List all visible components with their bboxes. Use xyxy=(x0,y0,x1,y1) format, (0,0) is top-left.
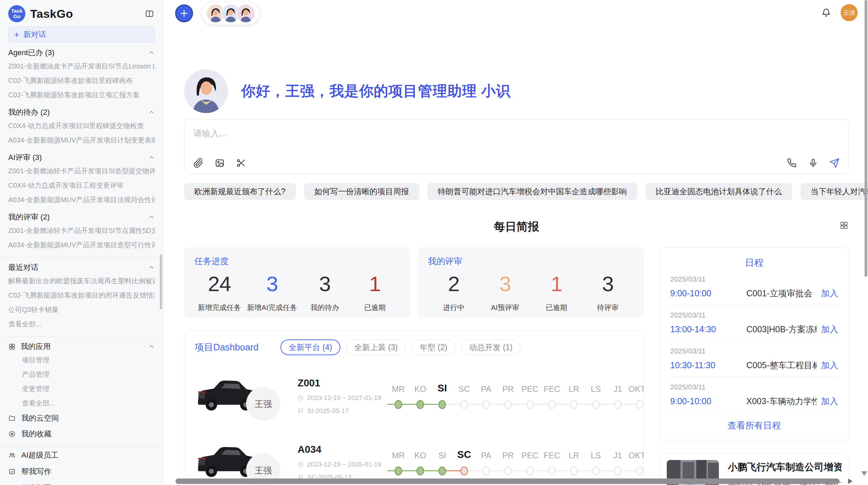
milestone: SC xyxy=(453,446,475,479)
event-join-button[interactable]: 加入 xyxy=(821,324,838,335)
sidebar-section-header[interactable]: Agent已办 (3) xyxy=(8,47,155,59)
sidebar-item[interactable]: A034-全新新能源MUV产品开发项目法规符合性评审 xyxy=(8,192,155,207)
milestone: PA xyxy=(475,446,497,479)
suggestion-chip[interactable]: 特朗普可能对进口汽车增税会对中国车企造成哪些影响 xyxy=(427,183,637,200)
suggestion-chip[interactable]: 当下年轻人对汽车外观有怎样的喜好趋势 xyxy=(800,183,868,200)
filter-pill[interactable]: 全新平台 (4) xyxy=(280,339,340,355)
sidebar-collapse-button[interactable] xyxy=(145,9,154,20)
sidebar-app-subitem[interactable]: 项目管理 xyxy=(8,353,155,367)
app-title: TaskGo xyxy=(30,7,73,21)
filter-pill[interactable]: 全新上装 (3) xyxy=(347,339,406,355)
chevron-up-icon[interactable] xyxy=(148,109,155,116)
sidebar-item-feather[interactable]: 创意制图 xyxy=(8,480,155,485)
chevron-up-icon[interactable] xyxy=(148,49,155,56)
news-title: 小鹏飞行汽车制造公司增资 xyxy=(728,461,842,474)
sidebar-item-star[interactable]: 我的收藏 xyxy=(8,426,155,442)
event-date: 2025/03/11 xyxy=(670,383,838,391)
sidebar-item[interactable]: 公司Q3轻卡销量 xyxy=(8,302,155,317)
schedule-card: 日程 2025/03/11 9:00-10:00 C001-立项审批会 加入 2… xyxy=(660,247,849,441)
milestone: LS xyxy=(585,446,607,479)
sidebar-section-header[interactable]: 最近对话 xyxy=(8,261,155,274)
event-join-button[interactable]: 加入 xyxy=(821,396,838,407)
clock-icon xyxy=(298,395,304,401)
composer[interactable]: 请输入... xyxy=(184,119,849,174)
sidebar-item[interactable]: C0X4-动力总成开发项目SI里程碑提交物检查 xyxy=(8,119,155,133)
sidebar-item[interactable]: C02-飞腾新能源轻客改款项目立项汇报方案 xyxy=(8,88,155,102)
event-join-button[interactable]: 加入 xyxy=(821,288,838,299)
stat: 1 已逾期 xyxy=(353,272,397,312)
suggestion-chip[interactable]: 比亚迪全固态电池计划具体说了什么 xyxy=(646,183,792,200)
app-window: Task Go TaskGo + 新对话 Agent已办 (3) Z001-全新… xyxy=(0,0,868,485)
sidebar-item[interactable]: C0X4-动力总成开发项目工程变更评审 xyxy=(8,178,155,192)
sidebar-item-people[interactable]: AI超级员工 xyxy=(8,447,155,463)
milestone-label: PEC xyxy=(521,446,538,460)
person-avatar-illustration xyxy=(237,4,255,22)
sidebar-item-write[interactable]: 帮我写作 xyxy=(8,463,155,480)
schedule-event: 2025/03/11 13:00-14:30 C003|H0B-方案冻结评审 加… xyxy=(670,305,838,341)
sidebar-item-label: 创意制图 xyxy=(21,483,51,485)
event-join-button[interactable]: 加入 xyxy=(821,360,838,371)
event-time: 9:00-10:00 xyxy=(670,288,746,298)
microphone-icon[interactable] xyxy=(808,158,818,168)
sidebar-item[interactable]: A034-全新新能源MUV产品开发项目造型可行性评审 xyxy=(8,238,155,252)
sidebar-section: 我的待办 (2) C0X4-动力总成开发项目SI里程碑提交物检查A034-全新新… xyxy=(8,106,155,147)
user-avatar[interactable]: 王强 xyxy=(841,4,858,21)
avatar[interactable] xyxy=(236,4,255,23)
send-icon[interactable] xyxy=(829,158,840,168)
filter-pill[interactable]: 年型 (2) xyxy=(412,339,455,355)
sidebar-section-header[interactable]: AI评审 (3) xyxy=(8,151,155,164)
suggestion-chip[interactable]: 如何写一份清晰的项目周报 xyxy=(304,183,419,200)
milestone-dot xyxy=(482,467,490,475)
project-code[interactable]: Z001 xyxy=(298,377,387,389)
chevron-up-icon[interactable] xyxy=(148,214,155,221)
sidebar-item[interactable]: A034-全新新能源MUV产品开发项目计划变更表编写 xyxy=(8,133,155,147)
agent-avatar-group xyxy=(202,2,260,25)
event-date: 2025/03/11 xyxy=(670,311,838,319)
view-all-schedule-link[interactable]: 查看所有日程 xyxy=(670,413,838,438)
sidebar-section-header[interactable]: 我的待办 (2) xyxy=(8,106,155,119)
attachment-icon[interactable] xyxy=(193,158,204,168)
chevron-up-icon[interactable] xyxy=(148,264,155,271)
sidebar-section-label: 我的评审 (2) xyxy=(8,212,50,222)
sidebar-item[interactable]: C02-飞腾新能源轻客改款项目里程碑画布 xyxy=(8,73,155,88)
sidebar-item[interactable]: Z001-全新燃油轻卡产品开发项目SI节点属性5D文件评审 xyxy=(8,223,155,238)
flag-icon xyxy=(298,408,304,414)
sidebar-item-folder[interactable]: 我的云空间 xyxy=(8,410,155,426)
sidebar-app-subitem[interactable]: 变更管理 xyxy=(8,382,155,396)
sidebar-item[interactable]: Z001-全新燃油皮卡产品开发项目SI节点Lesson Learn报告 xyxy=(8,59,155,73)
sidebar-app-subitem[interactable]: 查看全部... xyxy=(8,396,155,410)
divider xyxy=(0,336,163,336)
layout-toggle-button[interactable] xyxy=(839,221,849,232)
briefing-card: 任务进度 24 新增完成任务 3 新增AI完成任务 3 我的待办 1 已逾期 xyxy=(184,247,410,318)
milestone-label: LR xyxy=(569,446,579,460)
sidebar-item[interactable]: Z001-全新燃油轻卡产品开发项目SI造型提交物评审 xyxy=(8,164,155,178)
sidebar-section: AI评审 (3) Z001-全新燃油轻卡产品开发项目SI造型提交物评审C0X4-… xyxy=(8,151,155,207)
horizontal-scrollbar-thumb[interactable] xyxy=(176,478,840,484)
scroll-right-arrow[interactable] xyxy=(848,478,853,484)
sidebar-section-header[interactable]: 我的评审 (2) xyxy=(8,211,155,223)
suggestion-chip[interactable]: 欧洲新规最近颁布了什么? xyxy=(184,183,296,200)
scroll-down-arrow[interactable] xyxy=(861,471,867,476)
chevron-up-icon[interactable] xyxy=(148,154,155,161)
sidebar-item[interactable]: C02-飞腾新能源轻客改款项目的闭环通告反馈情况 xyxy=(8,288,155,302)
sidebar-item[interactable]: 查看全部... xyxy=(8,317,155,331)
scissors-icon[interactable] xyxy=(236,158,246,168)
sidebar-scrollbar-thumb[interactable] xyxy=(160,254,162,309)
milestone-dot xyxy=(504,400,512,409)
new-session-button[interactable] xyxy=(175,4,193,22)
bell-icon[interactable] xyxy=(821,8,831,17)
phone-icon[interactable] xyxy=(787,158,797,168)
sidebar-item[interactable]: 解释最新出台的欧盟报废车法规再生塑料比例被调至15%... xyxy=(8,274,155,288)
chevron-up-icon[interactable] xyxy=(148,343,155,350)
project-code[interactable]: A034 xyxy=(298,444,387,455)
event-time: 9:00-10:00 xyxy=(670,396,746,406)
new-chat-button[interactable]: + 新对话 xyxy=(8,27,155,42)
milestone: LR xyxy=(563,380,585,412)
milestone: SC xyxy=(453,380,475,412)
milestone-dot xyxy=(438,467,446,475)
vertical-scrollbar-thumb[interactable] xyxy=(865,0,867,277)
sidebar-app-subitem[interactable]: 产品管理 xyxy=(8,367,155,382)
filter-pill[interactable]: 动总开发 (1) xyxy=(461,339,521,355)
sidebar-apps-header[interactable]: 我的应用 xyxy=(8,340,155,353)
image-icon[interactable] xyxy=(215,158,225,168)
